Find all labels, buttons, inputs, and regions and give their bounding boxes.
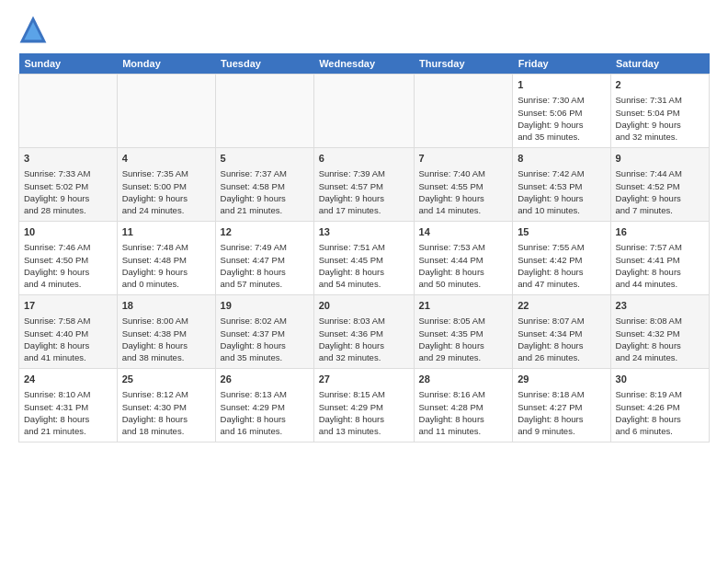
calendar-header: SundayMondayTuesdayWednesdayThursdayFrid… [19,53,710,75]
day-number: 17 [24,299,112,313]
logo-icon [18,15,48,44]
calendar-cell: 28Sunrise: 8:16 AM Sunset: 4:28 PM Dayli… [414,369,513,442]
day-number: 26 [221,373,309,386]
calendar-cell: 24Sunrise: 8:10 AM Sunset: 4:31 PM Dayli… [19,369,118,442]
day-number: 6 [319,152,409,166]
week-row-2: 10Sunrise: 7:46 AM Sunset: 4:50 PM Dayli… [19,222,710,295]
day-number: 22 [518,299,605,313]
week-row-4: 24Sunrise: 8:10 AM Sunset: 4:31 PM Dayli… [19,369,710,442]
day-info: Sunrise: 7:58 AM Sunset: 4:40 PM Dayligh… [24,315,112,363]
day-number: 24 [24,373,112,386]
calendar-cell: 10Sunrise: 7:46 AM Sunset: 4:50 PM Dayli… [19,222,118,295]
day-number: 5 [221,152,309,166]
day-number: 10 [24,225,112,239]
calendar-cell: 16Sunrise: 7:57 AM Sunset: 4:41 PM Dayli… [610,222,709,295]
day-info: Sunrise: 8:02 AM Sunset: 4:37 PM Dayligh… [221,315,309,363]
day-number: 28 [419,373,508,386]
day-number: 25 [122,373,210,386]
calendar-cell: 25Sunrise: 8:12 AM Sunset: 4:30 PM Dayli… [117,369,215,442]
calendar-cell: 23Sunrise: 8:08 AM Sunset: 4:32 PM Dayli… [610,295,709,369]
calendar-cell: 2Sunrise: 7:31 AM Sunset: 5:04 PM Daylig… [610,75,709,148]
calendar-table: SundayMondayTuesdayWednesdayThursdayFrid… [18,53,710,442]
day-number: 2 [616,78,704,92]
day-info: Sunrise: 8:10 AM Sunset: 4:31 PM Dayligh… [24,388,112,437]
header-wednesday: Wednesday [313,53,414,75]
calendar-cell: 13Sunrise: 7:51 AM Sunset: 4:45 PM Dayli… [313,222,414,295]
day-info: Sunrise: 7:30 AM Sunset: 5:06 PM Dayligh… [518,94,605,143]
calendar-cell: 20Sunrise: 8:03 AM Sunset: 4:36 PM Dayli… [313,295,414,369]
day-number: 20 [319,299,409,313]
day-number: 3 [24,152,112,166]
calendar-cell: 19Sunrise: 8:02 AM Sunset: 4:37 PM Dayli… [215,295,313,369]
calendar-cell: 14Sunrise: 7:53 AM Sunset: 4:44 PM Dayli… [414,222,513,295]
calendar-cell: 26Sunrise: 8:13 AM Sunset: 4:29 PM Dayli… [215,369,313,442]
header-friday: Friday [513,53,610,75]
day-info: Sunrise: 7:48 AM Sunset: 4:48 PM Dayligh… [122,241,210,290]
calendar-cell: 15Sunrise: 7:55 AM Sunset: 4:42 PM Dayli… [513,222,610,295]
header-row: SundayMondayTuesdayWednesdayThursdayFrid… [19,53,710,75]
day-number: 30 [616,373,704,386]
calendar-cell: 8Sunrise: 7:42 AM Sunset: 4:53 PM Daylig… [513,148,610,222]
day-info: Sunrise: 7:44 AM Sunset: 4:52 PM Dayligh… [616,167,704,216]
calendar-cell [313,75,414,148]
day-number: 4 [122,152,210,166]
page: SundayMondayTuesdayWednesdayThursdayFrid… [0,0,728,563]
header-thursday: Thursday [414,53,513,75]
day-number: 21 [419,299,508,313]
week-row-0: 1Sunrise: 7:30 AM Sunset: 5:06 PM Daylig… [19,75,710,148]
day-info: Sunrise: 8:18 AM Sunset: 4:27 PM Dayligh… [518,388,605,437]
header [18,15,710,44]
day-info: Sunrise: 8:03 AM Sunset: 4:36 PM Dayligh… [319,315,409,363]
day-number: 29 [518,373,605,386]
day-info: Sunrise: 7:39 AM Sunset: 4:57 PM Dayligh… [319,167,409,216]
day-number: 15 [518,225,605,239]
day-info: Sunrise: 7:46 AM Sunset: 4:50 PM Dayligh… [24,241,112,290]
header-saturday: Saturday [610,53,709,75]
day-info: Sunrise: 7:33 AM Sunset: 5:02 PM Dayligh… [24,167,112,216]
day-info: Sunrise: 7:53 AM Sunset: 4:44 PM Dayligh… [419,241,508,290]
header-sunday: Sunday [19,53,118,75]
day-number: 11 [122,225,210,239]
calendar-cell: 29Sunrise: 8:18 AM Sunset: 4:27 PM Dayli… [513,369,610,442]
day-info: Sunrise: 8:08 AM Sunset: 4:32 PM Dayligh… [616,315,704,363]
calendar-cell: 7Sunrise: 7:40 AM Sunset: 4:55 PM Daylig… [414,148,513,222]
day-number: 19 [221,299,309,313]
day-number: 7 [419,152,508,166]
day-info: Sunrise: 7:49 AM Sunset: 4:47 PM Dayligh… [221,241,309,290]
header-monday: Monday [117,53,215,75]
calendar-cell: 3Sunrise: 7:33 AM Sunset: 5:02 PM Daylig… [19,148,118,222]
calendar-cell: 30Sunrise: 8:19 AM Sunset: 4:26 PM Dayli… [610,369,709,442]
day-number: 14 [419,225,508,239]
day-info: Sunrise: 7:37 AM Sunset: 4:58 PM Dayligh… [221,167,309,216]
day-number: 27 [319,373,409,386]
day-number: 8 [518,152,605,166]
day-number: 9 [616,152,704,166]
day-info: Sunrise: 8:16 AM Sunset: 4:28 PM Dayligh… [419,388,508,437]
day-info: Sunrise: 8:12 AM Sunset: 4:30 PM Dayligh… [122,388,210,437]
calendar-cell: 22Sunrise: 8:07 AM Sunset: 4:34 PM Dayli… [513,295,610,369]
calendar-cell: 18Sunrise: 8:00 AM Sunset: 4:38 PM Dayli… [117,295,215,369]
day-number: 12 [221,225,309,239]
calendar-cell: 12Sunrise: 7:49 AM Sunset: 4:47 PM Dayli… [215,222,313,295]
day-number: 16 [616,225,704,239]
calendar-cell: 27Sunrise: 8:15 AM Sunset: 4:29 PM Dayli… [313,369,414,442]
calendar-cell: 21Sunrise: 8:05 AM Sunset: 4:35 PM Dayli… [414,295,513,369]
day-info: Sunrise: 7:31 AM Sunset: 5:04 PM Dayligh… [616,94,704,143]
logo [18,15,51,44]
day-number: 1 [518,78,605,92]
day-number: 23 [616,299,704,313]
day-info: Sunrise: 8:00 AM Sunset: 4:38 PM Dayligh… [122,315,210,363]
day-info: Sunrise: 8:15 AM Sunset: 4:29 PM Dayligh… [319,388,409,437]
day-info: Sunrise: 7:35 AM Sunset: 5:00 PM Dayligh… [122,167,210,216]
calendar-cell: 11Sunrise: 7:48 AM Sunset: 4:48 PM Dayli… [117,222,215,295]
calendar-cell: 1Sunrise: 7:30 AM Sunset: 5:06 PM Daylig… [513,75,610,148]
day-info: Sunrise: 8:07 AM Sunset: 4:34 PM Dayligh… [518,315,605,363]
day-info: Sunrise: 8:13 AM Sunset: 4:29 PM Dayligh… [221,388,309,437]
calendar-cell: 4Sunrise: 7:35 AM Sunset: 5:00 PM Daylig… [117,148,215,222]
calendar-cell: 5Sunrise: 7:37 AM Sunset: 4:58 PM Daylig… [215,148,313,222]
day-info: Sunrise: 8:05 AM Sunset: 4:35 PM Dayligh… [419,315,508,363]
calendar-cell [19,75,118,148]
calendar-body: 1Sunrise: 7:30 AM Sunset: 5:06 PM Daylig… [19,75,710,442]
week-row-3: 17Sunrise: 7:58 AM Sunset: 4:40 PM Dayli… [19,295,710,369]
day-number: 18 [122,299,210,313]
